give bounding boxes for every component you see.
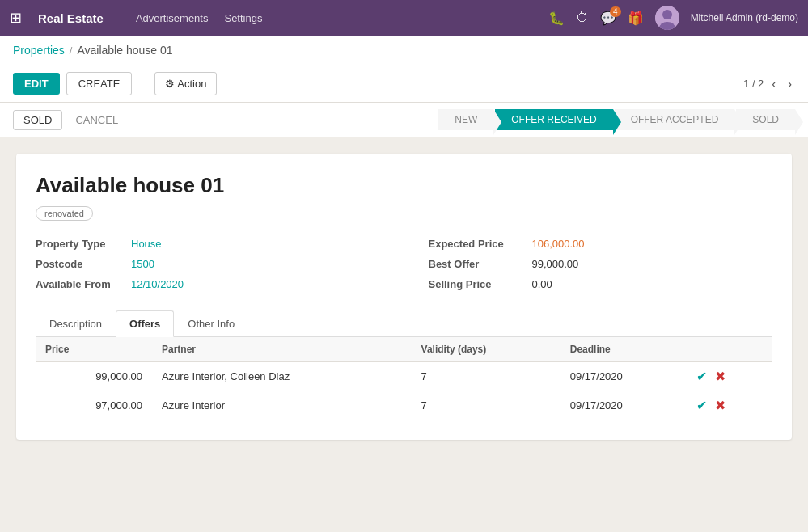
pipeline-step-offer-received[interactable]: OFFER RECEIVED (495, 109, 612, 130)
property-badge: renovated (36, 206, 93, 221)
pagination-text: 1 / 2 (743, 78, 764, 90)
offer-partner: Azure Interior, Colleen Diaz (152, 362, 412, 391)
clock-icon[interactable]: ⏱ (576, 11, 589, 25)
action-bar: EDIT CREATE ⚙ Action 1 / 2 ‹ › (0, 65, 808, 103)
tabs: Description Offers Other Info (36, 310, 772, 337)
property-title: Available house 01 (36, 173, 772, 198)
bug-icon[interactable]: 🐛 (548, 11, 565, 26)
available-from-label: Available From (36, 278, 125, 290)
field-expected-price: Expected Price 106,000.00 (429, 234, 773, 254)
sold-button[interactable]: SOLD (13, 110, 62, 130)
pipeline-step-new[interactable]: NEW (438, 109, 493, 130)
selling-price-label: Selling Price (429, 278, 526, 290)
tab-description[interactable]: Description (36, 310, 116, 337)
left-fields: Property Type House Postcode 1500 Availa… (36, 234, 404, 294)
best-offer-label: Best Offer (429, 258, 526, 270)
notification-badge: 4 (610, 6, 621, 17)
status-bar: SOLD CANCEL NEW OFFER RECEIVED OFFER ACC… (0, 103, 808, 137)
col-actions (687, 337, 772, 362)
chat-icon[interactable]: 💬 4 (600, 11, 616, 26)
right-fields: Expected Price 106,000.00 Best Offer 99,… (404, 234, 773, 294)
pipeline-step-offer-accepted[interactable]: OFFER ACCEPTED (615, 109, 735, 130)
status-pipeline: NEW OFFER RECEIVED OFFER ACCEPTED SOLD (438, 109, 795, 130)
pagination: 1 / 2 ‹ › (743, 75, 795, 93)
property-fields: Property Type House Postcode 1500 Availa… (36, 234, 772, 294)
field-property-type: Property Type House (36, 234, 404, 254)
offer-validity: 7 (412, 362, 561, 391)
property-type-label: Property Type (36, 238, 125, 250)
property-type-value[interactable]: House (131, 238, 162, 250)
pipeline-step-sold[interactable]: SOLD (736, 109, 795, 130)
accept-offer-icon[interactable]: ✔ (696, 398, 707, 413)
apps-grid-icon[interactable]: ⊞ (10, 9, 22, 27)
user-label[interactable]: Mitchell Admin (rd-demo) (691, 12, 798, 23)
selling-price-value[interactable]: 0.00 (532, 278, 552, 290)
app-title: Real Estate (38, 11, 104, 25)
offer-validity: 7 (412, 391, 561, 420)
postcode-value[interactable]: 1500 (131, 258, 154, 270)
col-price: Price (36, 337, 152, 362)
col-partner: Partner (152, 337, 412, 362)
breadcrumb-current: Available house 01 (77, 44, 172, 57)
offer-actions: ✔ ✖ (687, 391, 772, 420)
breadcrumb: Properties / Available house 01 (0, 36, 808, 65)
svg-point-1 (662, 10, 672, 19)
reject-offer-icon[interactable]: ✖ (715, 398, 726, 413)
tab-offers[interactable]: Offers (116, 310, 174, 337)
cancel-button[interactable]: CANCEL (72, 111, 121, 129)
offer-deadline: 09/17/2020 (561, 391, 687, 420)
main-content: Available house 01 renovated Property Ty… (0, 137, 808, 456)
table-row: 97,000.00 Azure Interior 7 09/17/2020 ✔ … (36, 391, 772, 420)
best-offer-value[interactable]: 99,000.00 (532, 258, 579, 270)
offer-deadline: 09/17/2020 (561, 362, 687, 391)
offer-actions: ✔ ✖ (687, 362, 772, 391)
nav-advertisements[interactable]: Advertisements (136, 12, 209, 24)
nav-settings[interactable]: Settings (224, 12, 262, 24)
accept-offer-icon[interactable]: ✔ (696, 369, 707, 384)
offer-partner: Azure Interior (152, 391, 412, 420)
available-from-value[interactable]: 12/10/2020 (131, 278, 184, 290)
property-card: Available house 01 renovated Property Ty… (16, 154, 792, 440)
expected-price-label: Expected Price (429, 238, 526, 250)
nav-links: Advertisements Settings (136, 12, 532, 24)
edit-button[interactable]: EDIT (13, 73, 60, 95)
breadcrumb-parent[interactable]: Properties (13, 44, 65, 57)
prev-button[interactable]: ‹ (768, 75, 779, 93)
gift-icon[interactable]: 🎁 (628, 11, 644, 26)
postcode-label: Postcode (36, 258, 125, 270)
col-deadline: Deadline (561, 337, 687, 362)
avatar[interactable] (655, 6, 679, 30)
reject-offer-icon[interactable]: ✖ (715, 369, 726, 384)
next-button[interactable]: › (785, 75, 795, 93)
topnav-icons: 🐛 ⏱ 💬 4 🎁 Mitchell Admin (rd-demo) (548, 6, 798, 30)
action-button[interactable]: ⚙ Action (154, 72, 217, 95)
col-validity: Validity (days) (412, 337, 561, 362)
field-available-from: Available From 12/10/2020 (36, 274, 404, 294)
tab-other-info[interactable]: Other Info (174, 310, 248, 337)
breadcrumb-separator: / (70, 44, 73, 57)
field-postcode: Postcode 1500 (36, 254, 404, 274)
field-selling-price: Selling Price 0.00 (429, 274, 773, 294)
field-best-offer: Best Offer 99,000.00 (429, 254, 773, 274)
offers-table: Price Partner Validity (days) Deadline 9… (36, 337, 772, 420)
expected-price-value[interactable]: 106,000.00 (532, 238, 585, 250)
top-navbar: ⊞ Real Estate Advertisements Settings 🐛 … (0, 0, 808, 36)
table-row: 99,000.00 Azure Interior, Colleen Diaz 7… (36, 362, 772, 391)
offer-price: 97,000.00 (36, 391, 152, 420)
create-button[interactable]: CREATE (66, 72, 133, 95)
offer-price: 99,000.00 (36, 362, 152, 391)
